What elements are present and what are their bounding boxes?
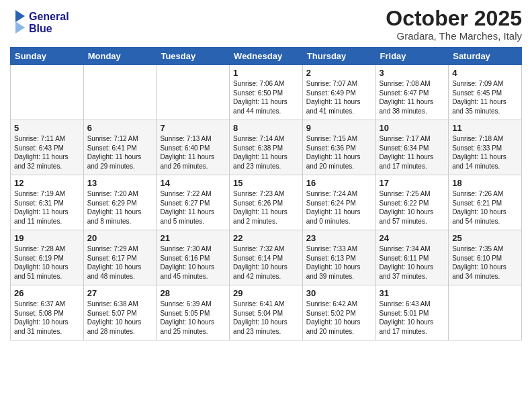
- day-number: 5: [14, 123, 80, 133]
- day-info: Sunrise: 7:29 AMSunset: 6:17 PMDaylight:…: [87, 244, 153, 281]
- day-number: 2: [306, 68, 372, 78]
- day-info: Sunrise: 7:06 AMSunset: 6:50 PMDaylight:…: [233, 79, 299, 116]
- day-number: 18: [452, 178, 518, 188]
- calendar-cell: 12Sunrise: 7:19 AMSunset: 6:31 PMDayligh…: [11, 175, 84, 230]
- calendar-cell: 20Sunrise: 7:29 AMSunset: 6:17 PMDayligh…: [83, 230, 157, 285]
- day-info: Sunrise: 7:24 AMSunset: 6:24 PMDaylight:…: [306, 189, 372, 226]
- calendar-cell: [11, 65, 84, 120]
- day-number: 27: [87, 288, 153, 298]
- day-info: Sunrise: 7:28 AMSunset: 6:19 PMDaylight:…: [14, 244, 80, 281]
- calendar-cell: 2Sunrise: 7:07 AMSunset: 6:49 PMDaylight…: [302, 65, 375, 120]
- day-info: Sunrise: 7:33 AMSunset: 6:13 PMDaylight:…: [306, 244, 372, 281]
- day-info: Sunrise: 7:20 AMSunset: 6:29 PMDaylight:…: [87, 189, 153, 226]
- day-info: Sunrise: 6:41 AMSunset: 5:04 PMDaylight:…: [233, 300, 299, 336]
- day-info: Sunrise: 7:22 AMSunset: 6:27 PMDaylight:…: [160, 189, 226, 226]
- logo-svg: General Blue: [10, 7, 84, 37]
- weekday-header-monday: Monday: [83, 48, 157, 65]
- calendar-cell: 18Sunrise: 7:26 AMSunset: 6:21 PMDayligh…: [449, 175, 522, 230]
- calendar-cell: 29Sunrise: 6:41 AMSunset: 5:04 PMDayligh…: [230, 285, 303, 340]
- day-number: 29: [233, 288, 299, 298]
- day-number: 28: [160, 288, 226, 298]
- calendar-cell: 17Sunrise: 7:25 AMSunset: 6:22 PMDayligh…: [375, 175, 449, 230]
- calendar-cell: 7Sunrise: 7:13 AMSunset: 6:40 PMDaylight…: [157, 120, 230, 175]
- svg-marker-3: [15, 21, 25, 34]
- day-info: Sunrise: 6:39 AMSunset: 5:05 PMDaylight:…: [160, 300, 226, 336]
- day-info: Sunrise: 7:13 AMSunset: 6:40 PMDaylight:…: [160, 134, 226, 171]
- day-number: 6: [87, 123, 153, 133]
- calendar-cell: 10Sunrise: 7:17 AMSunset: 6:34 PMDayligh…: [375, 120, 449, 175]
- svg-marker-2: [15, 10, 25, 22]
- calendar-cell: 13Sunrise: 7:20 AMSunset: 6:29 PMDayligh…: [83, 175, 157, 230]
- calendar-cell: 11Sunrise: 7:18 AMSunset: 6:33 PMDayligh…: [449, 120, 522, 175]
- calendar-cell: 28Sunrise: 6:39 AMSunset: 5:05 PMDayligh…: [157, 285, 230, 340]
- day-number: 11: [452, 123, 518, 133]
- calendar-cell: [449, 285, 522, 340]
- calendar-cell: [157, 65, 230, 120]
- day-info: Sunrise: 7:12 AMSunset: 6:41 PMDaylight:…: [87, 134, 153, 171]
- day-info: Sunrise: 7:11 AMSunset: 6:43 PMDaylight:…: [14, 134, 80, 171]
- day-number: 24: [380, 233, 445, 243]
- day-info: Sunrise: 7:15 AMSunset: 6:36 PMDaylight:…: [306, 134, 372, 171]
- day-number: 26: [14, 288, 80, 298]
- calendar-cell: 5Sunrise: 7:11 AMSunset: 6:43 PMDaylight…: [11, 120, 84, 175]
- weekday-header-sunday: Sunday: [11, 48, 84, 65]
- day-number: 16: [306, 178, 372, 188]
- calendar-cell: 25Sunrise: 7:35 AMSunset: 6:10 PMDayligh…: [449, 230, 522, 285]
- weekday-header-tuesday: Tuesday: [157, 48, 230, 65]
- day-info: Sunrise: 7:32 AMSunset: 6:14 PMDaylight:…: [233, 244, 299, 281]
- day-info: Sunrise: 7:26 AMSunset: 6:21 PMDaylight:…: [452, 189, 518, 226]
- day-number: 3: [380, 68, 445, 78]
- day-number: 9: [306, 123, 372, 133]
- calendar-cell: 23Sunrise: 7:33 AMSunset: 6:13 PMDayligh…: [302, 230, 375, 285]
- day-info: Sunrise: 6:37 AMSunset: 5:08 PMDaylight:…: [14, 300, 80, 336]
- week-row-2: 5Sunrise: 7:11 AMSunset: 6:43 PMDaylight…: [11, 120, 522, 175]
- day-info: Sunrise: 6:38 AMSunset: 5:07 PMDaylight:…: [87, 300, 153, 336]
- day-info: Sunrise: 7:08 AMSunset: 6:47 PMDaylight:…: [380, 79, 445, 116]
- calendar-cell: 9Sunrise: 7:15 AMSunset: 6:36 PMDaylight…: [302, 120, 375, 175]
- weekday-header-saturday: Saturday: [449, 48, 522, 65]
- day-info: Sunrise: 7:34 AMSunset: 6:11 PMDaylight:…: [380, 244, 445, 281]
- logo: General Blue: [10, 7, 84, 40]
- week-row-4: 19Sunrise: 7:28 AMSunset: 6:19 PMDayligh…: [11, 230, 522, 285]
- day-number: 23: [306, 233, 372, 243]
- svg-text:Blue: Blue: [29, 23, 52, 34]
- day-info: Sunrise: 7:19 AMSunset: 6:31 PMDaylight:…: [14, 189, 80, 226]
- calendar-cell: 30Sunrise: 6:42 AMSunset: 5:02 PMDayligh…: [302, 285, 375, 340]
- calendar-table: SundayMondayTuesdayWednesdayThursdayFrid…: [10, 47, 522, 340]
- day-number: 20: [87, 233, 153, 243]
- day-number: 14: [160, 178, 226, 188]
- calendar-cell: 3Sunrise: 7:08 AMSunset: 6:47 PMDaylight…: [375, 65, 449, 120]
- day-info: Sunrise: 7:18 AMSunset: 6:33 PMDaylight:…: [452, 134, 518, 171]
- day-number: 8: [233, 123, 299, 133]
- calendar-cell: 19Sunrise: 7:28 AMSunset: 6:19 PMDayligh…: [11, 230, 84, 285]
- day-info: Sunrise: 7:35 AMSunset: 6:10 PMDaylight:…: [452, 244, 518, 281]
- week-row-1: 1Sunrise: 7:06 AMSunset: 6:50 PMDaylight…: [11, 65, 522, 120]
- calendar-cell: 4Sunrise: 7:09 AMSunset: 6:45 PMDaylight…: [449, 65, 522, 120]
- title-area: October 2025 Gradara, The Marches, Italy: [386, 7, 522, 42]
- day-number: 7: [160, 123, 226, 133]
- day-number: 30: [306, 288, 372, 298]
- day-number: 22: [233, 233, 299, 243]
- day-number: 13: [87, 178, 153, 188]
- day-info: Sunrise: 7:07 AMSunset: 6:49 PMDaylight:…: [306, 79, 372, 116]
- day-info: Sunrise: 7:25 AMSunset: 6:22 PMDaylight:…: [380, 189, 445, 226]
- day-number: 1: [233, 68, 299, 78]
- day-number: 4: [452, 68, 518, 78]
- page: General Blue October 2025 Gradara, The M…: [0, 0, 532, 411]
- calendar-cell: 31Sunrise: 6:43 AMSunset: 5:01 PMDayligh…: [375, 285, 449, 340]
- day-number: 10: [380, 123, 445, 133]
- header: General Blue October 2025 Gradara, The M…: [10, 7, 522, 42]
- day-info: Sunrise: 7:30 AMSunset: 6:16 PMDaylight:…: [160, 244, 226, 281]
- day-number: 15: [233, 178, 299, 188]
- day-number: 19: [14, 233, 80, 243]
- day-number: 25: [452, 233, 518, 243]
- day-info: Sunrise: 6:42 AMSunset: 5:02 PMDaylight:…: [306, 300, 372, 336]
- weekday-header-friday: Friday: [375, 48, 449, 65]
- day-number: 12: [14, 178, 80, 188]
- calendar-cell: 27Sunrise: 6:38 AMSunset: 5:07 PMDayligh…: [83, 285, 157, 340]
- calendar-cell: 15Sunrise: 7:23 AMSunset: 6:26 PMDayligh…: [230, 175, 303, 230]
- day-info: Sunrise: 6:43 AMSunset: 5:01 PMDaylight:…: [380, 300, 445, 336]
- day-number: 31: [380, 288, 445, 298]
- calendar-cell: 24Sunrise: 7:34 AMSunset: 6:11 PMDayligh…: [375, 230, 449, 285]
- svg-text:General: General: [29, 11, 69, 22]
